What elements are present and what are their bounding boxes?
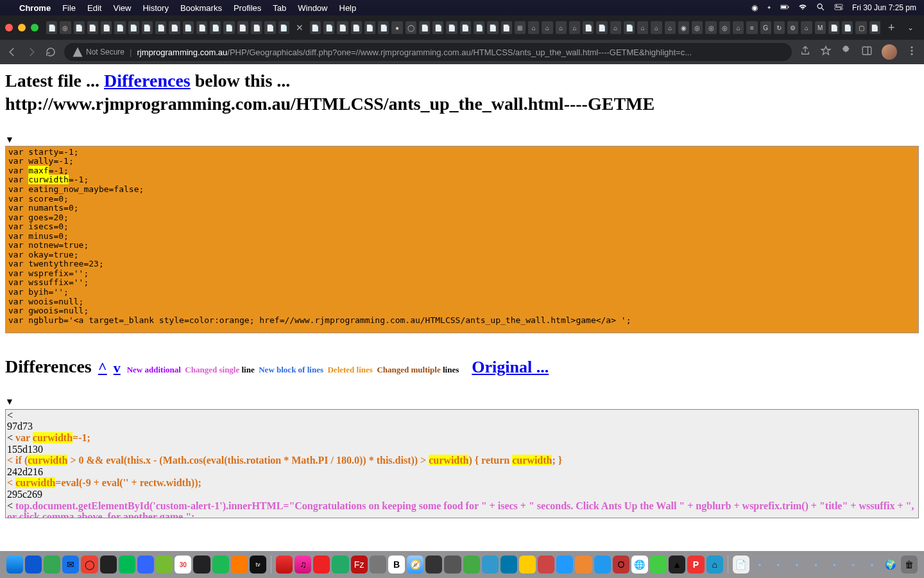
original-link[interactable]: Original ... [472, 358, 549, 377]
dock-app[interactable]: ▲ [669, 556, 685, 574]
dock-app[interactable] [276, 556, 293, 574]
tab-item[interactable]: 📄 [310, 21, 321, 34]
back-button[interactable] [6, 46, 18, 58]
tab-overflow-chevron-icon[interactable]: ⌄ [902, 23, 919, 32]
close-window-button[interactable] [5, 24, 13, 31]
dock-app[interactable] [425, 556, 442, 574]
tab-item[interactable]: ⚙ [787, 21, 798, 34]
tab-item[interactable]: ⌂ [637, 21, 648, 34]
tab-item[interactable]: 📄 [237, 21, 248, 34]
tab-item[interactable]: 📄 [842, 21, 853, 34]
reload-button[interactable] [45, 46, 56, 58]
dock-calendar-icon[interactable]: 30 [175, 556, 191, 574]
dock-app[interactable]: P [687, 556, 704, 574]
tab-item[interactable]: 📄 [351, 21, 362, 34]
dock-app[interactable] [538, 556, 554, 574]
tab-item[interactable]: 📄 [169, 21, 180, 34]
dock-folder[interactable]: ● [770, 556, 787, 574]
dock-app[interactable] [156, 556, 173, 574]
menu-window[interactable]: Window [298, 3, 327, 13]
dock-app[interactable] [594, 556, 611, 574]
dock-app[interactable] [482, 556, 499, 574]
menubar-datetime[interactable]: Fri 30 Jun 7:25 pm [852, 3, 916, 12]
spotlight-icon[interactable] [816, 3, 825, 13]
dock-chrome-icon[interactable]: 🌐 [631, 556, 648, 574]
tab-item[interactable]: 📄 [596, 21, 607, 34]
tab-item[interactable]: 📄 [460, 21, 471, 34]
tab-item[interactable]: ⌂ [733, 21, 744, 34]
dock-opera-icon[interactable]: O [613, 556, 629, 574]
menu-bookmarks[interactable]: Bookmarks [180, 3, 222, 13]
tab-item[interactable]: 📄 [501, 21, 512, 34]
menu-history[interactable]: History [142, 3, 168, 13]
dock-app[interactable] [463, 556, 480, 574]
tab-item[interactable]: ◉ [678, 21, 689, 34]
forward-button[interactable] [26, 46, 37, 58]
address-bar[interactable]: Not Secure | rjmprogramming.com.au/PHP/G… [64, 43, 792, 61]
menubar-app-name[interactable]: Chrome [19, 3, 51, 13]
tab-item[interactable]: 📄 [101, 21, 112, 34]
dock-app[interactable] [370, 556, 386, 574]
dock-firefox-icon[interactable] [231, 556, 248, 574]
tab-item[interactable]: ◯ [406, 21, 416, 34]
tab-item[interactable]: 📄 [583, 21, 594, 34]
tab-item[interactable]: ▢ [855, 21, 866, 34]
screenrecord-icon[interactable]: ◉ [751, 3, 758, 12]
tab-item[interactable]: 📄 [337, 21, 348, 34]
dock-folder[interactable]: ● [826, 556, 843, 574]
bookmark-star-icon[interactable] [820, 45, 832, 59]
tab-item[interactable]: 📄 [264, 21, 275, 34]
dock-app[interactable]: ⌂ [706, 556, 723, 574]
share-icon[interactable] [800, 45, 811, 59]
dock-appletv-icon[interactable]: tv [250, 556, 266, 574]
dock-folder[interactable]: ● [751, 556, 768, 574]
control-center-icon[interactable] [834, 3, 843, 13]
tab-item[interactable]: ↻ [774, 21, 785, 34]
close-tab-icon[interactable]: ✕ [292, 22, 307, 33]
tab-item[interactable]: ⌂ [801, 21, 812, 34]
latest-file-codebox[interactable]: var starty=-1; var wally=-1; var maxf=-1… [5, 146, 919, 333]
tab-item[interactable]: 📄 [378, 21, 389, 34]
dock-globe-icon[interactable]: 🌍 [882, 556, 899, 574]
wifi-icon[interactable] [798, 3, 807, 13]
tab-item[interactable]: ⌂ [651, 21, 662, 34]
tab-item[interactable]: 📄 [446, 21, 457, 34]
tab-item-active[interactable]: 📄 [278, 21, 289, 34]
tab-item[interactable]: 📄 [323, 21, 334, 34]
tab-item[interactable]: 📄 [210, 21, 221, 34]
dock-app[interactable] [313, 556, 330, 574]
dock-app[interactable] [519, 556, 536, 574]
tab-item[interactable]: ● [391, 21, 402, 34]
dock-folder[interactable]: ● [845, 556, 862, 574]
tab-item[interactable]: M [815, 21, 826, 34]
tab-item[interactable]: 📄 [251, 21, 262, 34]
sidepanel-icon[interactable] [861, 45, 873, 59]
tab-item[interactable]: 📄 [419, 21, 430, 34]
tab-item[interactable]: ⌂ [556, 21, 567, 34]
tab-item[interactable]: 📄 [183, 21, 194, 34]
tab-item[interactable]: 📄 [87, 21, 98, 34]
dock-app[interactable] [100, 556, 117, 574]
dock-app[interactable] [44, 556, 60, 574]
maximize-window-button[interactable] [31, 24, 38, 31]
tab-item[interactable]: 📄 [196, 21, 207, 34]
collapse-toggle[interactable]: ▼ [5, 134, 919, 144]
dock-finder-icon[interactable] [6, 556, 23, 574]
dock-trash-icon[interactable]: 🗑 [901, 556, 918, 574]
tab-item[interactable]: 📄 [142, 21, 153, 34]
dock-app[interactable] [137, 556, 154, 574]
tab-item[interactable]: ◎ [705, 21, 716, 34]
diff-collapse-toggle[interactable]: ▼ [5, 396, 919, 407]
bluetooth-icon[interactable]: ᛭ [767, 3, 771, 12]
tab-item[interactable]: ⌂ [528, 21, 539, 34]
tab-item[interactable]: 📄 [474, 21, 484, 34]
battery-icon[interactable] [780, 3, 789, 13]
dock-folder[interactable]: ● [864, 556, 880, 574]
menu-tab[interactable]: Tab [273, 3, 286, 13]
tab-item[interactable]: 📄 [624, 21, 635, 34]
profile-avatar[interactable] [882, 44, 897, 60]
dock-app[interactable]: B [388, 556, 405, 574]
dock-app[interactable] [501, 556, 517, 574]
dock-mail-icon[interactable]: ✉ [62, 556, 79, 574]
tab-item[interactable]: ≡ [746, 21, 757, 34]
